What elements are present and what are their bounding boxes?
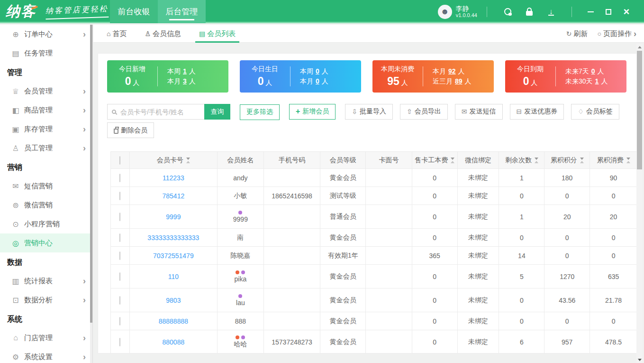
tab-backend-admin[interactable]: 后台管理 xyxy=(158,0,206,23)
会员标签-button[interactable]: ♢会员标签 xyxy=(571,104,619,120)
member-card-link[interactable]: 112233 xyxy=(129,169,217,187)
sidebar-item-label: 订单中心 xyxy=(24,30,83,39)
divider xyxy=(487,7,487,17)
row-checkbox[interactable] xyxy=(119,251,120,260)
stat-card-left: 今日新增0 人 xyxy=(107,65,157,88)
stat-card: 今日生日0 人本周0人本月0人 xyxy=(240,60,361,93)
row-checkbox[interactable] xyxy=(119,233,120,242)
page-operations-button[interactable]: ○ 页面操作 › xyxy=(598,29,636,39)
checkbox-cell xyxy=(111,229,130,247)
scroll-down-icon[interactable] xyxy=(636,356,643,363)
批量导入-button[interactable]: ⇩批量导入 xyxy=(345,104,393,120)
button-label: 会员导出 xyxy=(415,107,441,116)
member-card-link[interactable]: 880088 xyxy=(129,330,217,354)
search-input[interactable] xyxy=(119,108,195,116)
lock-icon[interactable] xyxy=(524,7,535,17)
member-name-cell: 哈哈 xyxy=(218,330,264,354)
stat-detail-value[interactable]: 1 xyxy=(595,77,599,85)
member-card-link[interactable]: 9803 xyxy=(129,289,217,312)
sort-icon[interactable] xyxy=(626,158,630,163)
发送短信-button[interactable]: ✉发送短信 xyxy=(455,104,503,120)
sidebar-item-任务管理[interactable]: ▤任务管理 xyxy=(0,44,92,63)
table-row: 9803lau黄金会员0未绑定043.5621.78 xyxy=(111,289,637,312)
row-checkbox[interactable] xyxy=(119,296,120,305)
会员导出-button[interactable]: ⇧会员导出 xyxy=(400,104,448,120)
sidebar-item-短信营销[interactable]: ✉短信营销 xyxy=(0,177,92,195)
sidebar-item-label: 营销中心 xyxy=(24,239,86,248)
card-fee: 0 xyxy=(412,187,457,205)
sidebar-scrollbar xyxy=(90,25,92,363)
tab-front-cashier[interactable]: 前台收银 xyxy=(110,0,158,23)
column-header: 累积积分 xyxy=(544,152,590,169)
support-icon[interactable] xyxy=(502,7,513,17)
member-phone xyxy=(263,247,320,265)
新增会员-button[interactable]: +新增会员 xyxy=(289,104,336,120)
sort-icon[interactable] xyxy=(451,158,454,163)
stat-detail-value[interactable]: 0 xyxy=(591,67,595,75)
stat-detail-value[interactable]: 92 xyxy=(448,67,456,75)
table-row: 88888888888黄金会员0未绑定000 xyxy=(111,312,637,330)
sidebar-item-label: 数据分析 xyxy=(24,296,83,305)
download-icon[interactable]: ↓ xyxy=(546,7,556,17)
avatar[interactable]: ☻ xyxy=(438,5,452,19)
scroll-up-icon[interactable] xyxy=(636,44,643,50)
sidebar-item-营销中心[interactable]: ◎营销中心 xyxy=(0,233,92,252)
sidebar-item-商品管理[interactable]: ◧商品管理› xyxy=(0,101,92,120)
sidebar-item-员工管理[interactable]: ♙员工管理› xyxy=(0,139,92,158)
member-card-link[interactable]: 33333333333333 xyxy=(129,229,217,247)
sort-icon[interactable] xyxy=(535,158,538,163)
row-checkbox[interactable] xyxy=(119,192,120,200)
row-checkbox[interactable] xyxy=(119,213,120,221)
total-points: 43.56 xyxy=(544,289,590,312)
sidebar-item-label: 微信营销 xyxy=(24,201,86,210)
tab-home[interactable]: ⌂ 首页 xyxy=(107,25,127,43)
member-card-link[interactable]: 88888888 xyxy=(129,312,217,330)
sidebar-item-会员管理[interactable]: ♕会员管理› xyxy=(0,82,92,101)
stat-detail-value[interactable]: 3 xyxy=(183,77,187,85)
maximize-button[interactable] xyxy=(599,0,617,23)
row-checkbox[interactable] xyxy=(119,174,120,182)
sort-icon[interactable] xyxy=(580,158,584,163)
row-checkbox[interactable] xyxy=(119,272,120,281)
sidebar-item-小程序营销[interactable]: ⊙小程序营销 xyxy=(0,214,92,233)
query-button[interactable]: 查询 xyxy=(204,104,230,120)
select-all-checkbox[interactable] xyxy=(119,156,120,165)
sidebar-item-微信营销[interactable]: ⊚微信营销 xyxy=(0,195,92,214)
sort-icon[interactable] xyxy=(186,158,190,163)
sidebar-item-统计报表[interactable]: ▥统计报表› xyxy=(0,271,92,290)
delete-member-button[interactable]: 删除会员 xyxy=(107,122,154,138)
member-level: 黄金会员 xyxy=(320,265,366,289)
member-card-link[interactable]: 785412 xyxy=(129,187,217,205)
tab-member-info[interactable]: ♙ 会员信息 xyxy=(145,25,181,43)
toolbar-row-1: 查询 更多筛选+新增会员⇩批量导入⇧会员导出✉发送短信⊟发送优惠券♢会员标签 xyxy=(107,104,626,120)
tab-label: 会员信息 xyxy=(153,29,181,38)
row-checkbox[interactable] xyxy=(119,317,120,326)
stat-detail-value[interactable]: 0 xyxy=(316,67,319,75)
sidebar-scrollbar-thumb[interactable] xyxy=(90,25,92,323)
stat-detail-value[interactable]: 1 xyxy=(183,67,187,75)
sidebar-item-系统设置[interactable]: ⚙系统设置› xyxy=(0,347,92,363)
sidebar-item-数据分析[interactable]: ⊡数据分析› xyxy=(0,290,92,309)
stat-card-title: 今日到期 xyxy=(505,65,555,74)
member-card-link[interactable]: 110 xyxy=(129,265,217,289)
更多筛选-button[interactable]: 更多筛选 xyxy=(240,104,280,120)
person-icon: ♙ xyxy=(10,144,21,153)
tab-member-list[interactable]: ▤ 会员列表 xyxy=(199,25,236,43)
main-scrollbar-thumb[interactable] xyxy=(637,51,642,169)
sidebar-item-门店管理[interactable]: ⌂门店管理› xyxy=(0,328,92,347)
member-card-link[interactable]: 70372551479 xyxy=(129,247,217,265)
sidebar-item-库存管理[interactable]: ▣库存管理› xyxy=(0,120,92,139)
home-icon: ⌂ xyxy=(107,30,110,37)
发送优惠券-button[interactable]: ⊟发送优惠券 xyxy=(510,104,564,120)
sidebar-item-订单中心[interactable]: ⊕订单中心› xyxy=(0,25,92,44)
stat-detail-value[interactable]: 89 xyxy=(455,77,463,85)
row-checkbox[interactable] xyxy=(119,338,120,346)
close-button[interactable]: × xyxy=(617,0,635,23)
member-level: 黄金会员 xyxy=(320,289,366,312)
refresh-button[interactable]: ↻ 刷新 xyxy=(566,29,588,38)
stat-detail-value[interactable]: 0 xyxy=(316,77,319,85)
minimize-button[interactable] xyxy=(581,0,599,23)
member-card-link[interactable]: 9999 xyxy=(129,205,217,229)
logo-slogan: 纳客管店更轻松 xyxy=(45,4,109,19)
remaining-times: 0 xyxy=(499,229,544,247)
